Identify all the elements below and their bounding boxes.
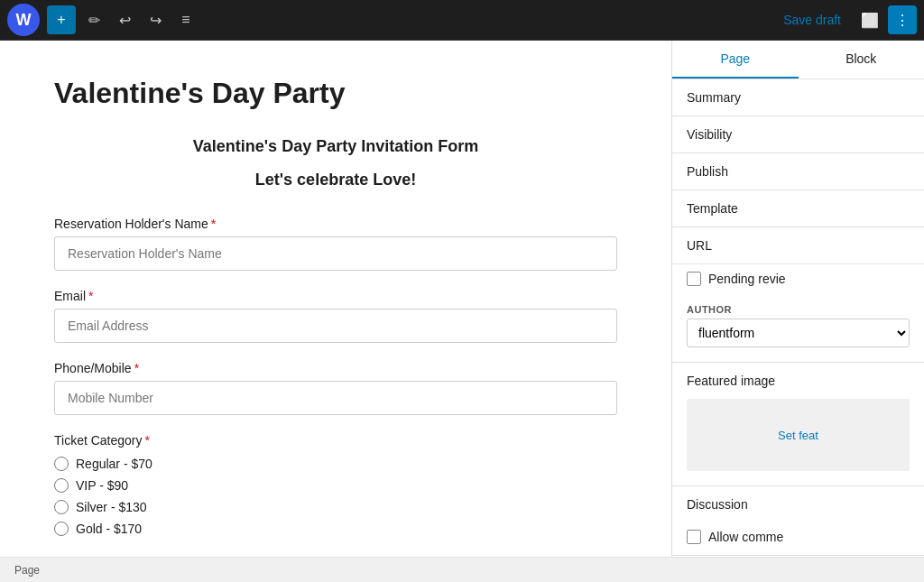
form-block: Valentine's Day Party Valentine's Day Pa…	[54, 77, 617, 536]
monitor-icon: ⬜	[861, 12, 879, 29]
main-layout: Valentine's Day Party Valentine's Day Pa…	[0, 41, 924, 582]
settings-icon: ⋮	[895, 12, 910, 29]
undo-icon: ↩	[119, 12, 131, 29]
sidebar-tabs: Page Block	[672, 41, 924, 79]
pending-review-row: Pending revie	[672, 264, 924, 297]
publish-section: Publish	[672, 153, 924, 190]
ticket-option-1: VIP - $90	[54, 478, 617, 493]
form-heading: Valentine's Day Party Invitation Form	[54, 137, 617, 156]
ticket-option-2: Silver - $130	[54, 500, 617, 514]
ticket-category-label: Ticket Category*	[54, 433, 617, 448]
required-star-ticket: *	[145, 433, 150, 448]
author-select[interactable]: fluentform	[687, 319, 910, 347]
email-label: Email*	[54, 289, 617, 303]
ticket-radio-0[interactable]	[54, 457, 69, 471]
ticket-option-0: Regular - $70	[54, 457, 617, 471]
ticket-radio-1[interactable]	[54, 478, 69, 493]
template-section: Template	[672, 190, 924, 227]
allow-comments-row: Allow comme	[672, 522, 924, 555]
required-star-name: *	[211, 217, 216, 231]
form-subheading: Let's celebrate Love!	[54, 171, 617, 189]
undo-button[interactable]: ↩	[110, 5, 139, 34]
add-icon: +	[57, 12, 65, 28]
toolbar: W + ✏ ↩ ↪ ≡ Save draft ⬜ ⋮	[0, 0, 924, 41]
settings-button[interactable]: ⋮	[888, 5, 917, 34]
pending-review-label: Pending revie	[708, 272, 786, 286]
featured-image-header[interactable]: Featured image	[672, 363, 924, 399]
name-field-group: Reservation Holder's Name*	[54, 217, 617, 271]
publish-header[interactable]: Publish	[672, 153, 924, 189]
allow-comments-checkbox[interactable]	[687, 530, 701, 544]
phone-field-group: Phone/Mobile*	[54, 361, 617, 415]
editor-area: Valentine's Day Party Valentine's Day Pa…	[0, 41, 671, 582]
allow-comments-label: Allow comme	[708, 530, 783, 544]
name-input[interactable]	[54, 236, 617, 271]
pencil-icon: ✏	[88, 12, 100, 29]
ticket-label-3: Gold - $170	[76, 522, 142, 536]
tools-button[interactable]: ✏	[79, 5, 108, 34]
save-draft-button[interactable]: Save draft	[772, 7, 852, 32]
discussion-label: Discussion	[687, 497, 748, 512]
page-title[interactable]: Valentine's Day Party	[54, 77, 617, 110]
set-featured-image-button[interactable]: Set feat	[687, 399, 910, 471]
ticket-label-0: Regular - $70	[76, 457, 152, 471]
template-label: Template	[687, 201, 738, 216]
ticket-radio-3[interactable]	[54, 522, 69, 536]
list-icon: ≡	[181, 12, 189, 28]
summary-header[interactable]: Summary	[672, 79, 924, 115]
required-star-email: *	[88, 289, 93, 303]
ticket-category-section: Ticket Category* Regular - $70 VIP - $90…	[54, 433, 617, 536]
visibility-label: Visibility	[687, 127, 732, 142]
wp-logo: W	[7, 4, 40, 36]
url-label: URL	[687, 238, 712, 253]
pending-review-section: Pending revie AUTHOR fluentform	[672, 264, 924, 363]
discussion-header[interactable]: Discussion	[672, 486, 924, 522]
template-header[interactable]: Template	[672, 190, 924, 226]
email-field-group: Email*	[54, 289, 617, 343]
name-label: Reservation Holder's Name*	[54, 217, 617, 231]
url-header[interactable]: URL	[672, 227, 924, 263]
tab-block[interactable]: Block	[799, 41, 925, 79]
discussion-section: Discussion Allow comme	[672, 486, 924, 556]
view-button[interactable]: ⬜	[855, 5, 884, 34]
featured-image-label: Featured image	[687, 374, 775, 388]
ticket-label-2: Silver - $130	[76, 500, 147, 514]
pending-review-checkbox[interactable]	[687, 272, 701, 286]
redo-icon: ↪	[150, 12, 162, 29]
publish-label: Publish	[687, 164, 728, 179]
status-bar: Page	[0, 557, 924, 582]
featured-image-section: Featured image Set feat	[672, 363, 924, 486]
list-view-button[interactable]: ≡	[171, 5, 200, 34]
status-label: Page	[14, 564, 40, 577]
phone-label: Phone/Mobile*	[54, 361, 617, 375]
add-block-button[interactable]: +	[47, 5, 76, 34]
redo-button[interactable]: ↪	[141, 5, 170, 34]
summary-label: Summary	[687, 90, 741, 105]
visibility-header[interactable]: Visibility	[672, 116, 924, 152]
ticket-label-1: VIP - $90	[76, 478, 128, 493]
required-star-phone: *	[134, 361, 139, 375]
phone-input[interactable]	[54, 381, 617, 415]
url-section: URL	[672, 227, 924, 264]
ticket-radio-2[interactable]	[54, 500, 69, 514]
visibility-section: Visibility	[672, 116, 924, 153]
summary-section: Summary	[672, 79, 924, 116]
email-input[interactable]	[54, 309, 617, 343]
sidebar: Page Block Summary Visibility Publish Te…	[671, 41, 924, 582]
author-label: AUTHOR	[672, 297, 924, 319]
tab-page[interactable]: Page	[672, 41, 799, 79]
ticket-option-3: Gold - $170	[54, 522, 617, 536]
